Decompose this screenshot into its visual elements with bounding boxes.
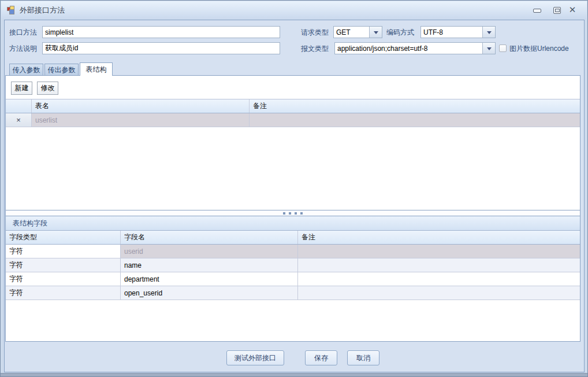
column-header-field-type[interactable]: 字段类型	[6, 231, 121, 244]
field-type-cell[interactable]: 字符	[6, 286, 121, 300]
request-type-label: 请求类型	[301, 28, 329, 37]
save-button[interactable]: 保存	[305, 350, 337, 365]
dialog-window: 外部接口方法 ✕ 接口方法 请求类型 编码方式 方法说明 报文类型 图片数据Ur…	[0, 0, 588, 377]
encoding-label: 编码方式	[386, 28, 414, 37]
encoding-combo	[420, 26, 496, 38]
chevron-down-icon[interactable]	[369, 27, 382, 38]
message-type-label: 报文类型	[301, 44, 329, 53]
column-header-field-name[interactable]: 字段名	[121, 231, 298, 244]
tab-table-structure[interactable]: 表结构	[80, 62, 113, 76]
fields-grid-header: 字段类型 字段名 备注	[6, 231, 580, 245]
column-header-selector[interactable]	[6, 99, 32, 113]
field-type-cell[interactable]: 字符	[6, 272, 121, 286]
interface-method-label: 接口方法	[9, 28, 37, 37]
field-type-cell[interactable]: 字符	[6, 258, 121, 272]
row-selector-delete-icon[interactable]: ×	[6, 113, 32, 127]
test-interface-button[interactable]: 测试外部接口	[226, 350, 284, 365]
tab-page-table-structure: 新建 修改 表名 备注 × userlist 表结构字段 字段	[5, 75, 580, 342]
window-bottom-edge	[1, 373, 587, 376]
tab-output-params[interactable]: 传出参数	[44, 64, 79, 75]
form-icon	[7, 6, 16, 15]
minimize-button[interactable]	[533, 9, 541, 13]
field-remark-cell[interactable]	[298, 272, 580, 286]
fields-panel-header: 表结构字段	[6, 216, 580, 231]
splitter-handle[interactable]	[6, 210, 580, 216]
new-button[interactable]: 新建	[11, 82, 32, 95]
urlencode-checkbox[interactable]	[499, 45, 507, 52]
table-name-cell[interactable]: userlist	[32, 113, 250, 127]
field-row[interactable]: 字符 name	[6, 258, 580, 272]
field-name-cell[interactable]: department	[121, 272, 298, 286]
encoding-value[interactable]	[421, 27, 482, 38]
field-name-cell[interactable]: open_userid	[121, 286, 298, 300]
fields-panel-title: 表结构字段	[13, 219, 47, 228]
cancel-button[interactable]: 取消	[347, 350, 379, 365]
column-header-field-remark[interactable]: 备注	[298, 231, 580, 244]
modify-button[interactable]: 修改	[37, 82, 58, 95]
method-desc-label: 方法说明	[9, 44, 37, 53]
chevron-down-icon[interactable]	[482, 43, 495, 54]
field-type-cell[interactable]: 字符	[6, 245, 121, 258]
splitter-dots-icon	[283, 212, 303, 215]
interface-method-input[interactable]	[42, 26, 280, 38]
title-bar: 外部接口方法 ✕	[1, 1, 587, 19]
field-row[interactable]: 字符 open_userid	[6, 286, 580, 300]
field-row[interactable]: 字符 userid	[6, 245, 580, 258]
table-row[interactable]: × userlist	[6, 113, 580, 127]
field-remark-cell[interactable]	[298, 286, 580, 300]
window-title: 外部接口方法	[20, 1, 65, 19]
close-button[interactable]: ✕	[568, 5, 577, 15]
main-panel: 接口方法 请求类型 编码方式 方法说明 报文类型 图片数据Urlencode 传…	[4, 20, 585, 372]
field-name-cell[interactable]: name	[121, 258, 298, 272]
urlencode-label: 图片数据Urlencode	[509, 44, 569, 53]
field-remark-cell[interactable]	[298, 245, 580, 258]
column-header-table-name[interactable]: 表名	[32, 99, 250, 113]
method-desc-input[interactable]	[42, 42, 280, 54]
maximize-button[interactable]	[553, 7, 561, 14]
field-row[interactable]: 字符 department	[6, 272, 580, 286]
tables-grid-header: 表名 备注	[6, 99, 580, 113]
message-type-value[interactable]	[335, 43, 482, 54]
chevron-down-icon[interactable]	[482, 27, 495, 38]
message-type-combo	[334, 42, 496, 54]
request-type-combo	[333, 26, 382, 38]
request-type-value[interactable]	[334, 27, 369, 38]
field-remark-cell[interactable]	[298, 258, 580, 272]
tab-input-params[interactable]: 传入参数	[9, 64, 43, 75]
remark-cell[interactable]	[250, 113, 580, 127]
column-header-remark[interactable]: 备注	[250, 99, 580, 113]
field-name-cell[interactable]: userid	[121, 245, 298, 258]
